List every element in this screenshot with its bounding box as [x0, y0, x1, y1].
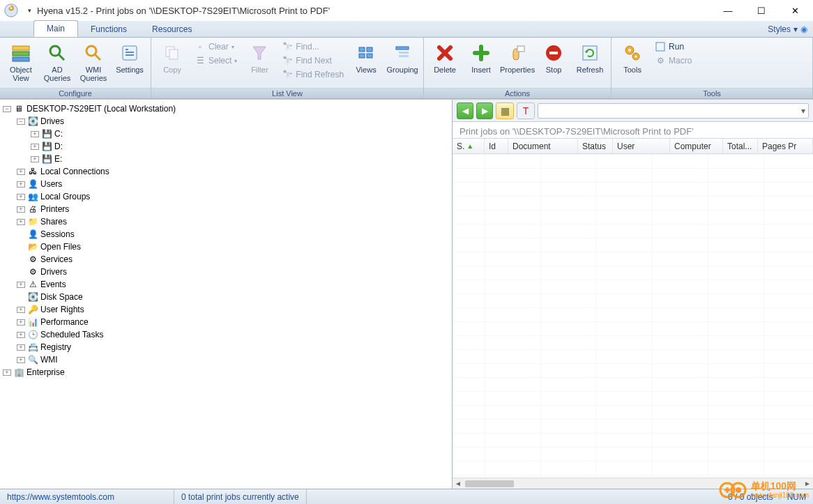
group-label-listview: List View — [151, 88, 423, 98]
tree-performance[interactable]: +📊Performance — [1, 316, 450, 328]
magnifier-yellow-icon — [82, 42, 105, 64]
tree-scheduled-tasks[interactable]: +🕒Scheduled Tasks — [1, 328, 450, 341]
status-objects: 0 / 0 objects — [721, 492, 780, 502]
group-icon: 👥 — [27, 191, 38, 202]
tree-user-rights[interactable]: +🔑User Rights — [1, 303, 450, 316]
tab-main[interactable]: Main — [33, 20, 78, 37]
wmi-queries-button[interactable]: WMI Queries — [77, 40, 110, 84]
object-view-icon — [10, 42, 32, 64]
right-panel: ◀ ▶ ▦ T ▾ Print jobs on '\\DESKTOP-7S29E… — [453, 100, 813, 489]
tree-drive-c[interactable]: +💾C: — [1, 128, 450, 140]
perf-icon: 📊 — [27, 316, 38, 328]
network-icon: 🖧 — [27, 166, 38, 177]
horizontal-scrollbar[interactable]: ◄► — [453, 478, 813, 489]
ribbon-group-actions: Delete Insert Properties Stop Refresh Ac… — [424, 38, 611, 98]
grouping-button[interactable]: Grouping — [386, 40, 419, 75]
tree-printers[interactable]: +🖨Printers — [1, 203, 450, 215]
tree-registry[interactable]: +📇Registry — [1, 341, 450, 353]
refresh-button[interactable]: Refresh — [573, 40, 607, 75]
nav-back-button[interactable]: ◀ — [457, 102, 473, 119]
macro-button[interactable]: ⚙Macro — [652, 54, 694, 67]
clock-icon: 🕒 — [27, 329, 38, 340]
delete-button[interactable]: Delete — [428, 40, 462, 75]
col-status[interactable]: Status — [578, 139, 613, 153]
session-icon: 👤 — [27, 229, 38, 240]
col-total[interactable]: Total... — [723, 139, 758, 153]
svg-rect-19 — [396, 47, 409, 49]
tree-events[interactable]: +⚠Events — [1, 278, 450, 291]
tree-drive-d[interactable]: +💾D: — [1, 140, 450, 153]
registry-icon: 📇 — [27, 342, 38, 353]
tree-wmi[interactable]: +🔍WMI — [1, 353, 450, 366]
tree-shares[interactable]: +📁Shares — [1, 215, 450, 228]
tree-drivers[interactable]: ⚙Drivers — [1, 266, 450, 278]
ribbon-group-tools: Tools Run ⚙Macro Tools — [611, 38, 813, 98]
col-id[interactable]: Id — [485, 139, 508, 153]
ribbon-tabs: Main Functions Resources Styles▾◉ — [0, 21, 813, 38]
tree-drive-e[interactable]: +💾E: — [1, 153, 450, 165]
col-document[interactable]: Document — [508, 139, 578, 153]
col-s[interactable]: S.▲ — [453, 139, 485, 153]
views-button[interactable]: Views — [349, 40, 383, 75]
status-url[interactable]: https://www.systemtools.com — [0, 489, 174, 504]
insert-button[interactable]: Insert — [464, 40, 498, 75]
qat-dropdown-icon[interactable]: ▾ — [28, 7, 31, 14]
delete-icon — [434, 42, 456, 64]
settings-button[interactable]: Settings — [113, 40, 146, 75]
tree-services[interactable]: ⚙Services — [1, 253, 450, 266]
tab-functions[interactable]: Functions — [78, 22, 139, 37]
filter-button[interactable]: Filter — [243, 40, 276, 75]
tree-sessions[interactable]: 👤Sessions — [1, 228, 450, 240]
tree-root[interactable]: −🖥DESKTOP-7S29EIT (Local Workstation) — [1, 102, 450, 115]
group-label-actions: Actions — [424, 88, 611, 98]
nav-forward-button[interactable]: ▶ — [476, 102, 493, 119]
grid-body[interactable] — [453, 154, 813, 478]
view-toggle-2[interactable]: T — [517, 102, 535, 119]
svg-rect-4 — [13, 57, 29, 61]
minimize-button[interactable]: — — [717, 6, 739, 16]
select-button[interactable]: ☰Select▾ — [192, 54, 240, 67]
drive-icon: 💾 — [41, 153, 52, 165]
tree-panel[interactable]: −🖥DESKTOP-7S29EIT (Local Workstation) −💽… — [0, 100, 453, 489]
find-button[interactable]: 🔭Find... — [279, 40, 347, 53]
properties-button[interactable]: Properties — [501, 40, 534, 75]
col-computer[interactable]: Computer — [670, 139, 723, 153]
svg-rect-21 — [399, 55, 409, 57]
tools-button[interactable]: Tools — [616, 40, 649, 75]
col-user[interactable]: User — [613, 139, 670, 153]
tree-users[interactable]: +👤Users — [1, 178, 450, 190]
sort-asc-icon: ▲ — [466, 142, 473, 150]
svg-rect-10 — [126, 49, 128, 50]
svg-point-29 — [635, 56, 637, 58]
clear-icon: ▫ — [195, 41, 206, 52]
svg-rect-14 — [169, 49, 178, 59]
find-refresh-button[interactable]: 🔭Find Refresh — [279, 68, 347, 81]
hand-icon — [506, 42, 529, 64]
maximize-button[interactable]: ☐ — [750, 6, 773, 16]
plus-icon — [470, 42, 492, 64]
view-toggle-1[interactable]: ▦ — [496, 102, 514, 119]
tree-local-groups[interactable]: +👥Local Groups — [1, 190, 450, 203]
tree-open-files[interactable]: 📂Open Files — [1, 240, 450, 253]
object-view-button[interactable]: Object View — [4, 40, 38, 84]
ad-queries-button[interactable]: AD Queries — [40, 40, 74, 84]
tree-local-connections[interactable]: +🖧Local Connections — [1, 165, 450, 178]
find-next-button[interactable]: 🔭Find Next — [279, 54, 347, 67]
filter-combo[interactable]: ▾ — [538, 103, 809, 119]
tree-disk-space[interactable]: 💽Disk Space — [1, 291, 450, 303]
svg-rect-11 — [126, 52, 134, 53]
styles-dropdown[interactable]: Styles▾◉ — [762, 22, 813, 37]
close-button[interactable]: ✕ — [784, 6, 806, 16]
tree-drives[interactable]: −💽Drives — [1, 115, 450, 128]
tab-resources[interactable]: Resources — [139, 22, 204, 37]
clear-button[interactable]: ▫Clear▾ — [192, 40, 240, 53]
tree-enterprise[interactable]: +🏢Enterprise — [1, 366, 450, 379]
run-button[interactable]: Run — [652, 40, 694, 53]
col-pages[interactable]: Pages Pr — [758, 139, 813, 153]
select-icon: ☰ — [195, 55, 206, 66]
status-jobs: 0 total print jobs currently active — [174, 489, 307, 504]
copy-button[interactable]: Copy — [155, 40, 189, 75]
titlebar: ▾ Hyena v15.2 - Print jobs on '\\DESKTOP… — [0, 0, 813, 21]
stop-button[interactable]: Stop — [537, 40, 570, 75]
binoculars-icon: 🔭 — [282, 41, 293, 52]
